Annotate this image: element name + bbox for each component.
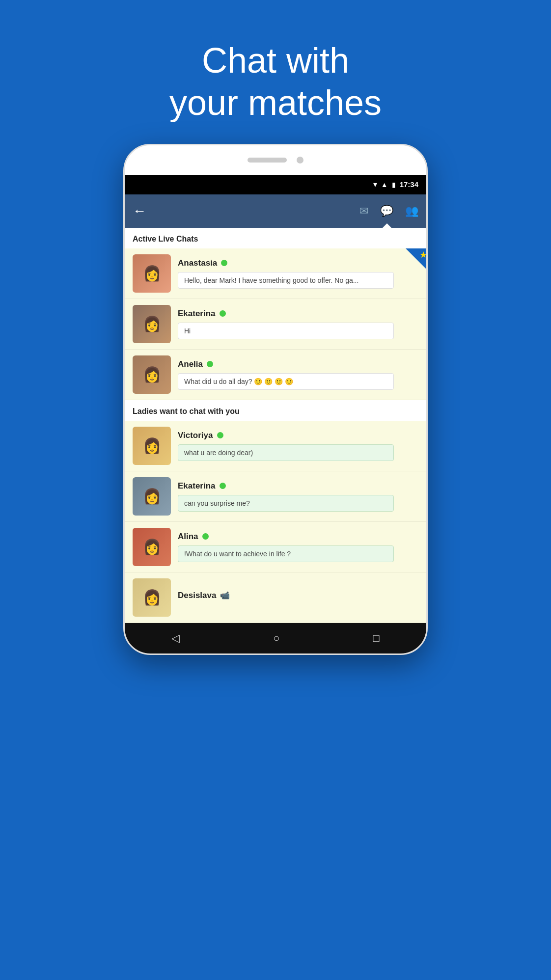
- chat-info-victoriya: Victoriya what u are doing dear): [178, 431, 418, 461]
- avatar-ekaterina1-img: 👩: [133, 305, 171, 343]
- chat-item-anelia[interactable]: 👩 Anelia What did u do all day? 🙂 🙂 🙂 🙂: [125, 350, 426, 400]
- phone-frame: ▾ ▲ ▮ 17:34 ← ✉ 💬 👥 Active Live Chats 👩 …: [123, 144, 428, 655]
- chat-info-alina: Alina !What do u want to achieve in life…: [178, 532, 418, 562]
- preview-ekaterina1: Hi: [178, 323, 394, 339]
- wifi-icon: ▾: [373, 180, 377, 189]
- name-victoriya: Victoriya: [178, 431, 213, 440]
- chat-info-desislava: Desislava 📹: [178, 591, 418, 604]
- preview-victoriya: what u are doing dear): [178, 444, 394, 461]
- chat-item-desislava[interactable]: 👩 Desislava 📹: [125, 572, 426, 623]
- online-dot-ekaterina2: [220, 483, 226, 489]
- preview-anastasia: Hello, dear Mark! I have something good …: [178, 272, 394, 289]
- avatar-ekaterina1: 👩: [133, 305, 171, 343]
- preview-ekaterina2: can you surprise me?: [178, 495, 394, 512]
- avatar-desislava-img: 👩: [133, 578, 171, 617]
- star-badge-anastasia: [406, 248, 426, 269]
- battery-icon: ▮: [392, 181, 396, 189]
- header-icons: ✉ 💬 👥: [359, 205, 418, 218]
- name-row-anelia: Anelia: [178, 359, 418, 369]
- nav-home-button[interactable]: ○: [273, 632, 279, 645]
- name-alina: Alina: [178, 532, 198, 542]
- chat-item-victoriya[interactable]: 👩 Victoriya what u are doing dear): [125, 421, 426, 471]
- avatar-anastasia: 👩: [133, 254, 171, 293]
- chat-item-alina[interactable]: 👩 Alina !What do u want to achieve in li…: [125, 522, 426, 572]
- hero-section: Chat with your matches: [169, 39, 382, 124]
- name-row-ekaterina1: Ekaterina: [178, 309, 418, 319]
- avatar-ekaterina2-img: 👩: [133, 477, 171, 516]
- ladies-section-header: Ladies want to chat with you: [125, 400, 426, 421]
- online-dot-ekaterina1: [220, 310, 226, 317]
- video-icon-desislava: 📹: [220, 591, 230, 600]
- online-dot-victoriya: [217, 432, 223, 438]
- chat-icon[interactable]: 💬: [380, 205, 393, 218]
- signal-icon: ▲: [381, 181, 388, 189]
- avatar-victoriya-img: 👩: [133, 427, 171, 465]
- chat-info-anelia: Anelia What did u do all day? 🙂 🙂 🙂 🙂: [178, 359, 418, 390]
- hero-title-line1: Chat with: [169, 39, 382, 82]
- online-dot-anelia: [207, 361, 213, 367]
- preview-alina: !What do u want to achieve in life ?: [178, 545, 394, 562]
- name-anastasia: Anastasia: [178, 258, 217, 268]
- avatar-ekaterina2: 👩: [133, 477, 171, 516]
- chat-item-ekaterina2[interactable]: 👩 Ekaterina can you surprise me?: [125, 471, 426, 522]
- avatar-anelia-img: 👩: [133, 355, 171, 394]
- name-ekaterina2: Ekaterina: [178, 481, 216, 491]
- phone-nav: ◁ ○ □: [125, 623, 426, 653]
- avatar-anelia: 👩: [133, 355, 171, 394]
- avatar-alina: 👩: [133, 528, 171, 566]
- chat-item-anastasia[interactable]: 👩 Anastasia Hello, dear Mark! I have som…: [125, 248, 426, 299]
- status-time: 17:34: [400, 180, 418, 189]
- app-header: ← ✉ 💬 👥: [125, 194, 426, 228]
- nav-back-button[interactable]: ◁: [171, 632, 180, 645]
- mail-icon[interactable]: ✉: [359, 205, 368, 218]
- online-dot-anastasia: [221, 260, 227, 266]
- name-row-alina: Alina: [178, 532, 418, 542]
- preview-anelia: What did u do all day? 🙂 🙂 🙂 🙂: [178, 373, 394, 390]
- name-row-desislava: Desislava 📹: [178, 591, 418, 600]
- name-row-victoriya: Victoriya: [178, 431, 418, 440]
- name-anelia: Anelia: [178, 359, 203, 369]
- chat-info-ekaterina2: Ekaterina can you surprise me?: [178, 481, 418, 512]
- name-desislava: Desislava: [178, 591, 216, 600]
- chat-info-ekaterina1: Ekaterina Hi: [178, 309, 418, 339]
- active-chats-header: Active Live Chats: [125, 228, 426, 248]
- name-ekaterina1: Ekaterina: [178, 309, 216, 319]
- nav-recent-button[interactable]: □: [373, 632, 380, 645]
- back-button[interactable]: ←: [133, 203, 146, 219]
- name-row-ekaterina2: Ekaterina: [178, 481, 418, 491]
- phone-speaker: [248, 158, 287, 163]
- phone-camera: [297, 157, 303, 163]
- avatar-anastasia-img: 👩: [133, 254, 171, 293]
- avatar-desislava: 👩: [133, 578, 171, 617]
- name-row-anastasia: Anastasia: [178, 258, 418, 268]
- contacts-icon[interactable]: 👥: [405, 205, 418, 218]
- chat-list: Active Live Chats 👩 Anastasia Hello, dea…: [125, 228, 426, 623]
- hero-title-line2: your matches: [169, 82, 382, 124]
- chat-item-ekaterina1[interactable]: 👩 Ekaterina Hi: [125, 299, 426, 350]
- phone-top: [125, 145, 426, 175]
- avatar-alina-img: 👩: [133, 528, 171, 566]
- avatar-victoriya: 👩: [133, 427, 171, 465]
- chat-info-anastasia: Anastasia Hello, dear Mark! I have somet…: [178, 258, 418, 289]
- status-bar: ▾ ▲ ▮ 17:34: [125, 175, 426, 194]
- online-dot-alina: [202, 533, 209, 540]
